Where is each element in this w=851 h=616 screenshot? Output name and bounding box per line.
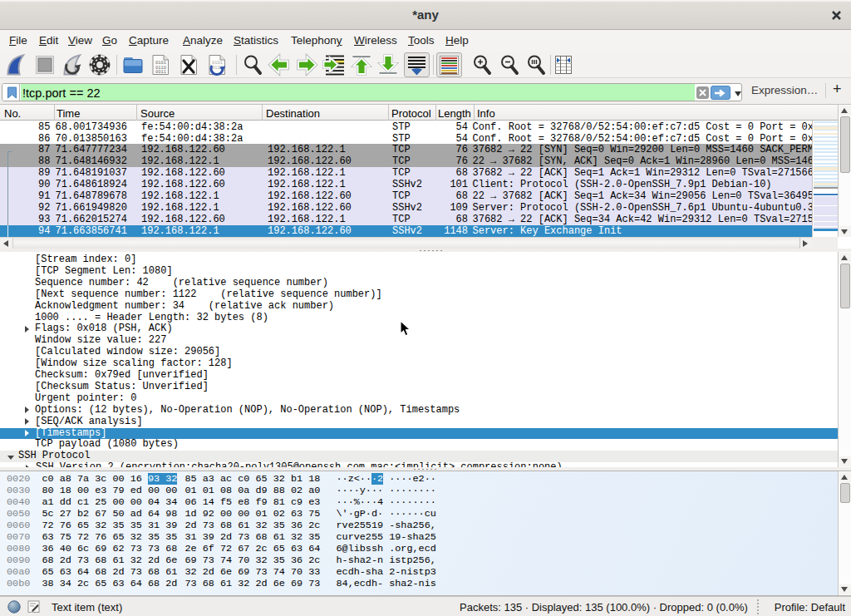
svg-text:0011: 0011 bbox=[155, 70, 166, 75]
